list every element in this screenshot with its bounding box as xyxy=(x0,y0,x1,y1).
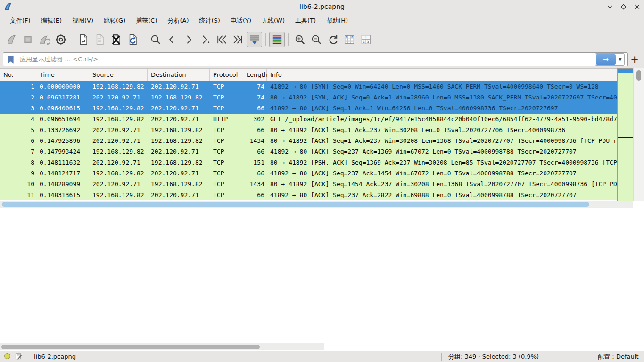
packet-row[interactable]: 20.096317281202.120.92.71192.168.129.82T… xyxy=(0,92,617,103)
window-controls xyxy=(606,0,640,13)
cell-no: 2 xyxy=(0,92,36,103)
display-filter-input[interactable]: 应用显示过滤器 … <Ctrl-/> → ▼ xyxy=(3,52,628,66)
wireshark-logo-icon xyxy=(4,2,13,11)
find-packet-button[interactable] xyxy=(148,32,163,47)
menu-item-3[interactable]: 跳转(G) xyxy=(99,15,131,27)
column-header-time[interactable]: Time xyxy=(36,69,89,81)
cell-dst: 202.120.92.71 xyxy=(148,103,210,114)
packet-row[interactable]: 100.148289099202.120.92.71192.168.129.82… xyxy=(0,179,617,189)
cell-time: 0.096317281 xyxy=(36,92,89,103)
go-first-button[interactable] xyxy=(214,32,229,47)
cell-proto: TCP xyxy=(210,157,243,168)
cell-dst: 202.120.92.71 xyxy=(148,114,210,124)
apply-filter-button[interactable]: → xyxy=(596,54,616,65)
cell-proto: HTTP xyxy=(210,114,243,124)
packet-row[interactable]: 60.147925896202.120.92.71192.168.129.82T… xyxy=(0,135,617,146)
packet-list-hscrollbar[interactable] xyxy=(0,201,633,208)
auto-scroll-button[interactable] xyxy=(247,32,262,47)
cell-info: 80 → 41892 [ACK] Seq=1 Ack=237 Win=30208… xyxy=(267,124,617,135)
menu-item-2[interactable]: 视图(V) xyxy=(67,15,99,27)
menu-item-6[interactable]: 统计(S) xyxy=(194,15,225,27)
cell-no: 6 xyxy=(0,135,36,146)
status-profile[interactable]: 配置：Default xyxy=(592,353,644,361)
packet-row[interactable]: 40.096651694192.168.129.82202.120.92.71H… xyxy=(0,114,617,124)
packet-minimap[interactable] xyxy=(617,68,633,201)
go-last-button[interactable] xyxy=(230,32,246,47)
file-reload-icon xyxy=(127,33,139,46)
reload-file-button[interactable] xyxy=(125,32,140,47)
packet-row[interactable]: 70.147993424192.168.129.82202.120.92.71T… xyxy=(0,146,617,157)
layout-123-button[interactable]: 123 xyxy=(358,32,373,47)
cell-info: 41892 → 80 [SYN] Seq=0 Win=64240 Len=0 M… xyxy=(267,81,617,92)
column-header-no[interactable]: No. xyxy=(0,69,36,81)
column-header-protocol[interactable]: Protocol xyxy=(210,69,243,81)
menu-item-10[interactable]: 帮助(H) xyxy=(321,15,353,27)
expert-info-icon[interactable] xyxy=(4,353,11,361)
cell-len: 66 xyxy=(243,124,267,135)
filter-bookmark-icon[interactable] xyxy=(7,55,14,64)
save-file-button xyxy=(92,32,107,47)
add-filter-button-plus[interactable]: + xyxy=(628,51,641,67)
details-hscrollbar-thumb[interactable] xyxy=(1,345,260,349)
menu-item-5[interactable]: 分析(A) xyxy=(162,15,194,27)
packet-row[interactable]: 80.148111632202.120.92.71192.168.129.82T… xyxy=(0,157,617,168)
toolbar-separator xyxy=(265,33,266,46)
zoom-reset-button[interactable] xyxy=(325,32,340,47)
colorize-button[interactable] xyxy=(269,32,285,47)
autoscroll-lines-icon xyxy=(248,33,261,46)
packet-row[interactable]: 110.148313615192.168.129.82202.120.92.71… xyxy=(0,189,617,200)
cell-src: 202.120.92.71 xyxy=(89,124,148,135)
packet-row[interactable]: 90.148124717192.168.129.82202.120.92.71T… xyxy=(0,168,617,179)
cell-len: 74 xyxy=(243,81,267,92)
cell-time: 0.147993424 xyxy=(36,146,89,157)
menu-item-0[interactable]: 文件(F) xyxy=(5,15,36,27)
cell-no: 11 xyxy=(0,189,36,200)
main-toolbar: 123 xyxy=(0,28,644,50)
zoom-out-button[interactable] xyxy=(308,32,324,47)
zoom-in-button[interactable] xyxy=(292,32,307,47)
column-header-info[interactable]: Info xyxy=(267,69,617,81)
menu-item-8[interactable]: 无线(W) xyxy=(256,15,290,27)
packet-list-hscrollbar-thumb[interactable] xyxy=(2,202,589,207)
cell-proto: TCP xyxy=(210,135,243,146)
column-header-destination[interactable]: Destination xyxy=(148,69,210,81)
cell-len: 302 xyxy=(243,114,267,124)
menu-item-1[interactable]: 编辑(E) xyxy=(36,15,67,27)
minimize-button[interactable] xyxy=(606,3,613,10)
capture-comment-icon[interactable] xyxy=(15,353,22,361)
layout-grid-icon: 123 xyxy=(360,33,372,46)
svg-text:1: 1 xyxy=(364,35,366,39)
toolbar-separator xyxy=(288,33,289,46)
close-file-button[interactable] xyxy=(108,32,124,47)
cell-info: 41892 → 80 [ACK] Seq=237 Ack=1369 Win=67… xyxy=(267,146,617,157)
go-to-packet-button[interactable] xyxy=(197,32,213,47)
go-back-button[interactable] xyxy=(164,32,180,47)
packet-row[interactable]: 10.000000000192.168.129.82202.120.92.71T… xyxy=(0,81,617,92)
filter-history-dropdown[interactable]: ▼ xyxy=(616,57,624,62)
vertical-scrollbar[interactable] xyxy=(633,68,644,201)
packet-details-pane xyxy=(0,208,325,351)
close-button[interactable] xyxy=(634,3,640,10)
menu-item-4[interactable]: 捕获(C) xyxy=(131,15,162,27)
open-file-button[interactable] xyxy=(75,32,91,47)
go-forward-button[interactable] xyxy=(181,32,196,47)
column-header-source[interactable]: Source xyxy=(89,69,148,81)
column-header-length[interactable]: Length xyxy=(243,69,267,81)
resize-columns-button[interactable] xyxy=(341,32,357,47)
menu-item-9[interactable]: 工具(T) xyxy=(290,15,321,27)
status-left: lib6-2.pcapng xyxy=(0,353,441,361)
menu-item-7[interactable]: 电话(Y) xyxy=(225,15,256,27)
status-filename: lib6-2.pcapng xyxy=(34,353,76,360)
details-hscrollbar[interactable] xyxy=(0,343,324,350)
chevron-right-dot-icon xyxy=(199,33,211,46)
colorize-lines-icon xyxy=(271,33,283,46)
cell-len: 151 xyxy=(243,157,267,168)
packet-row[interactable]: 50.133726692202.120.92.71192.168.129.82T… xyxy=(0,124,617,135)
cell-no: 8 xyxy=(0,157,36,168)
capture-options-button[interactable] xyxy=(53,32,68,47)
stop-square-icon xyxy=(22,33,34,46)
vertical-scrollbar-thumb[interactable] xyxy=(636,70,641,81)
packet-row[interactable]: 30.096400615192.168.129.82202.120.92.71T… xyxy=(0,103,617,114)
filter-apply-box: → ▼ xyxy=(595,53,625,66)
maximize-button[interactable] xyxy=(620,3,627,10)
